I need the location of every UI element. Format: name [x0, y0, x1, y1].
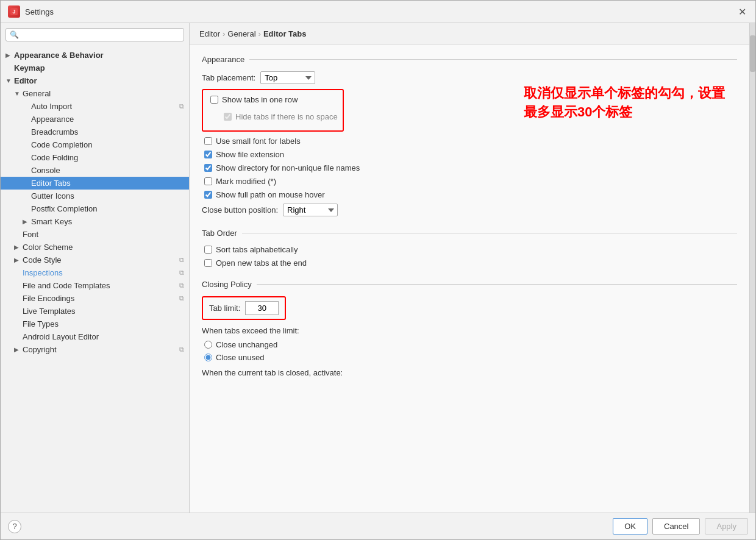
sidebar-item-label: Live Templates: [23, 307, 75, 316]
scrollbar[interactable]: [749, 23, 755, 513]
sidebar-item-postfix-completion[interactable]: Postfix Completion: [1, 202, 189, 215]
mark-modified-checkbox[interactable]: [204, 177, 212, 185]
search-box[interactable]: 🔍: [5, 28, 184, 41]
sidebar-item-label: Postfix Completion: [31, 204, 97, 213]
tab-limit-input[interactable]: [245, 301, 279, 315]
show-full-path-row: Show full path on mouse hover: [202, 190, 737, 199]
sidebar-item-file-encodings[interactable]: File Encodings ⧉: [1, 292, 189, 305]
section-header-closing-policy: Closing Policy: [202, 280, 737, 289]
sidebar-item-smart-keys[interactable]: ▶ Smart Keys: [1, 215, 189, 228]
sidebar-item-label: File Encodings: [23, 294, 74, 303]
show-directory-checkbox[interactable]: [204, 164, 212, 172]
cancel-button[interactable]: Cancel: [652, 518, 700, 535]
sidebar-item-label: Console: [31, 166, 60, 175]
sidebar-item-editor-tabs[interactable]: Editor Tabs: [1, 177, 189, 190]
show-full-path-checkbox[interactable]: [204, 191, 212, 199]
section-title-appearance: Appearance: [202, 55, 244, 64]
sidebar-item-label: General: [23, 89, 51, 98]
sidebar-item-general[interactable]: ▼ General: [1, 87, 189, 100]
sidebar-item-label: Auto Import: [31, 102, 72, 111]
tab-limit-container: Tab limit:: [202, 296, 737, 320]
settings-dialog: J Settings ✕ 🔍 ▶ Appearance & Behavior K…: [0, 0, 756, 540]
mark-modified-row: Mark modified (*): [202, 177, 737, 186]
show-directory-label[interactable]: Show directory for non-unique file names: [216, 163, 360, 172]
sidebar: 🔍 ▶ Appearance & Behavior Keymap ▼ Edito…: [1, 23, 190, 513]
show-tabs-label[interactable]: Show tabs in one row: [222, 95, 298, 104]
close-button-label: Close button position:: [202, 205, 278, 215]
tab-limit-label: Tab limit:: [209, 304, 240, 313]
show-extension-checkbox[interactable]: [204, 151, 212, 158]
sidebar-item-code-folding[interactable]: Code Folding: [1, 151, 189, 164]
sidebar-item-file-code-templates[interactable]: File and Code Templates ⧉: [1, 279, 189, 292]
close-unused-radio[interactable]: [204, 353, 212, 361]
ok-button[interactable]: OK: [613, 518, 647, 535]
sidebar-item-font[interactable]: Font: [1, 228, 189, 241]
sidebar-item-breadcrumbs[interactable]: Breadcrumbs: [1, 126, 189, 138]
close-unchanged-radio[interactable]: [204, 341, 212, 349]
dialog-footer: ? OK Cancel Apply: [1, 513, 755, 539]
sidebar-item-gutter-icons[interactable]: Gutter Icons: [1, 190, 189, 202]
sidebar-item-file-types[interactable]: File Types: [1, 318, 189, 330]
open-new-end-checkbox[interactable]: [204, 259, 212, 267]
search-input[interactable]: [21, 30, 180, 39]
sidebar-item-live-templates[interactable]: Live Templates: [1, 305, 189, 318]
close-button[interactable]: ✕: [736, 5, 748, 18]
close-unused-label[interactable]: Close unused: [216, 353, 265, 362]
sidebar-item-code-completion[interactable]: Code Completion: [1, 138, 189, 151]
sidebar-item-label: Appearance: [31, 115, 74, 124]
dialog-body: 🔍 ▶ Appearance & Behavior Keymap ▼ Edito…: [1, 23, 755, 513]
sidebar-item-label: Appearance & Behavior: [14, 51, 104, 60]
arrow-icon: ▼: [5, 77, 14, 84]
section-header-appearance: Appearance: [202, 55, 737, 64]
arrow-icon: ▶: [5, 52, 14, 59]
show-extension-row: Show file extension: [202, 150, 737, 159]
sidebar-item-appearance[interactable]: Appearance: [1, 113, 189, 126]
breadcrumb-general: General: [227, 29, 255, 38]
sidebar-item-code-style[interactable]: ▶ Code Style ⧉: [1, 254, 189, 266]
sidebar-item-label: Code Completion: [31, 140, 92, 149]
copy-icon: ⧉: [179, 269, 184, 277]
section-title-tab-order: Tab Order: [202, 229, 237, 238]
closing-policy-section: Closing Policy Tab limit: When tabs exce…: [202, 280, 737, 377]
sidebar-item-keymap[interactable]: Keymap: [1, 62, 189, 74]
small-font-checkbox[interactable]: [204, 137, 212, 145]
tab-placement-select[interactable]: Top Left Bottom Right None: [260, 71, 315, 84]
show-directory-row: Show directory for non-unique file names: [202, 163, 737, 172]
show-extension-label[interactable]: Show file extension: [216, 150, 284, 159]
section-title-closing-policy: Closing Policy: [202, 280, 252, 289]
help-button[interactable]: ?: [8, 520, 21, 533]
close-button-select[interactable]: Right Left None: [283, 204, 338, 216]
sidebar-item-label: Code Folding: [31, 153, 78, 162]
sidebar-item-label: Gutter Icons: [31, 191, 74, 201]
tab-order-section: Tab Order Sort tabs alphabetically Open …: [202, 229, 737, 268]
sidebar-item-editor[interactable]: ▼ Editor: [1, 74, 189, 87]
sidebar-item-color-scheme[interactable]: ▶ Color Scheme: [1, 241, 189, 254]
copy-icon: ⧉: [179, 256, 184, 264]
show-full-path-label[interactable]: Show full path on mouse hover: [216, 190, 325, 199]
sort-alpha-label[interactable]: Sort tabs alphabetically: [216, 245, 298, 254]
breadcrumb-sep2: ›: [259, 29, 261, 38]
title-bar-left: J Settings: [8, 5, 54, 18]
close-unchanged-label[interactable]: Close unchanged: [216, 340, 277, 349]
sidebar-item-label: Smart Keys: [31, 217, 72, 226]
close-unused-row: Close unused: [202, 353, 737, 362]
sidebar-item-label: Breadcrumbs: [31, 127, 78, 137]
hide-tabs-checkbox[interactable]: [224, 113, 232, 121]
sidebar-item-android-layout[interactable]: Android Layout Editor: [1, 330, 189, 343]
small-font-row: Use small font for labels: [202, 137, 737, 146]
show-tabs-checkbox[interactable]: [210, 96, 218, 104]
sidebar-item-label: Copyright: [23, 345, 57, 354]
mark-modified-label[interactable]: Mark modified (*): [216, 177, 276, 186]
sidebar-item-console[interactable]: Console: [1, 164, 189, 177]
sidebar-item-copyright[interactable]: ▶ Copyright ⧉: [1, 343, 189, 356]
sidebar-item-appearance-behavior[interactable]: ▶ Appearance & Behavior: [1, 49, 189, 62]
open-new-end-label[interactable]: Open new tabs at the end: [216, 258, 307, 268]
small-font-label[interactable]: Use small font for labels: [216, 137, 301, 146]
sidebar-item-auto-import[interactable]: Auto Import ⧉: [1, 100, 189, 113]
sidebar-item-inspections[interactable]: Inspections ⧉: [1, 266, 189, 279]
sidebar-item-label: Android Layout Editor: [23, 332, 99, 341]
sort-alpha-checkbox[interactable]: [204, 246, 212, 254]
sidebar-tree: ▶ Appearance & Behavior Keymap ▼ Editor …: [1, 46, 189, 513]
search-icon: 🔍: [10, 30, 19, 39]
apply-button[interactable]: Apply: [705, 518, 748, 535]
